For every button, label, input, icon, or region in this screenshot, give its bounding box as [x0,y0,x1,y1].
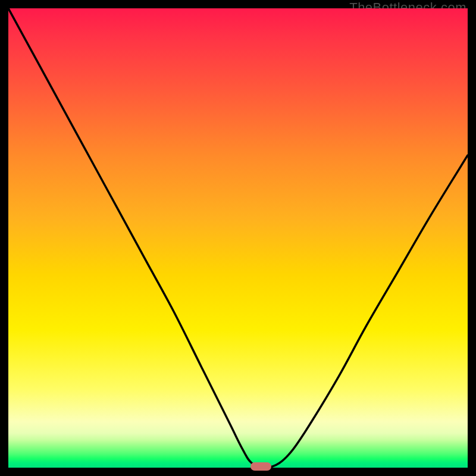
plot-area [8,8,468,468]
bottleneck-curve [8,8,468,468]
minimum-marker [250,462,271,471]
curve-svg [8,8,468,468]
chart-stage: TheBottleneck.com [0,0,476,476]
